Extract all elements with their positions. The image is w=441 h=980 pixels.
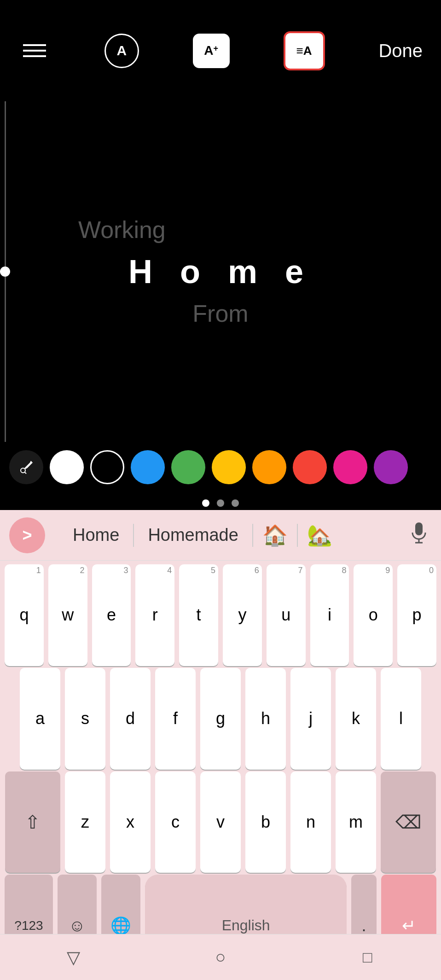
key-c-letter: c xyxy=(171,814,180,830)
key-m[interactable]: m xyxy=(336,771,376,873)
key-b[interactable]: b xyxy=(245,771,286,873)
key-n[interactable]: n xyxy=(290,771,331,873)
color-blue[interactable] xyxy=(131,450,165,484)
key-h[interactable]: h xyxy=(245,668,286,770)
suggestions-row: > Home Homemade 🏠 🏡 xyxy=(0,510,441,561)
key-u[interactable]: 7 u xyxy=(267,564,306,666)
expand-arrow-icon: > xyxy=(22,526,32,545)
recents-icon: □ xyxy=(363,948,372,966)
format-button[interactable]: ≡A xyxy=(284,31,325,70)
key-a-letter: a xyxy=(35,710,45,727)
key-q-number: 1 xyxy=(36,566,41,574)
color-picker-row xyxy=(0,442,441,493)
key-j[interactable]: j xyxy=(290,668,331,770)
key-h-letter: h xyxy=(261,710,270,727)
suggestion-word-2[interactable]: Homemade xyxy=(134,525,252,545)
backspace-button[interactable]: ⌫ xyxy=(381,771,436,873)
key-p-number: 0 xyxy=(429,566,434,574)
microphone-button[interactable] xyxy=(411,522,432,549)
font-ap-icon: A xyxy=(204,43,213,58)
suggestion-expand-button[interactable]: > xyxy=(9,517,45,553)
key-e-number: 3 xyxy=(123,566,128,574)
color-transparent[interactable] xyxy=(90,450,124,484)
canvas-area: Working H o m e From xyxy=(0,101,441,442)
key-q[interactable]: 1 q xyxy=(5,564,44,666)
color-white[interactable] xyxy=(50,450,84,484)
key-o[interactable]: 9 o xyxy=(354,564,393,666)
emoji-icon: ☺ xyxy=(69,916,86,935)
key-i-number: 8 xyxy=(342,566,346,574)
key-p[interactable]: 0 p xyxy=(397,564,436,666)
key-v[interactable]: v xyxy=(200,771,241,873)
page-dot-2[interactable] xyxy=(217,499,224,507)
page-dot-1[interactable] xyxy=(202,499,209,507)
key-v-letter: v xyxy=(216,814,225,830)
key-r[interactable]: 4 r xyxy=(135,564,174,666)
shift-icon: ⇧ xyxy=(25,812,41,833)
key-b-letter: b xyxy=(261,814,270,830)
key-z[interactable]: z xyxy=(65,771,105,873)
shift-button[interactable]: ⇧ xyxy=(5,771,60,873)
enter-icon: ↵ xyxy=(402,916,416,935)
font-a-icon: A xyxy=(117,43,127,58)
text-line-2[interactable]: H o m e xyxy=(128,253,313,290)
key-c[interactable]: c xyxy=(155,771,196,873)
key-g-letter: g xyxy=(216,710,225,727)
key-l[interactable]: l xyxy=(381,668,421,770)
key-f[interactable]: f xyxy=(155,668,196,770)
key-k-letter: k xyxy=(352,710,360,727)
color-red[interactable] xyxy=(293,450,327,484)
color-yellow[interactable] xyxy=(212,450,246,484)
key-y-letter: y xyxy=(238,607,246,623)
font-style-button[interactable]: A xyxy=(104,34,139,68)
suggestion-emoji-1[interactable]: 🏠 xyxy=(253,523,297,547)
color-orange[interactable] xyxy=(252,450,286,484)
key-o-letter: o xyxy=(369,607,378,623)
eyedropper-button[interactable] xyxy=(9,450,43,484)
key-k[interactable]: k xyxy=(336,668,376,770)
home-button[interactable]: ○ xyxy=(202,944,239,971)
key-a[interactable]: a xyxy=(20,668,60,770)
key-x-letter: x xyxy=(126,814,134,830)
space-label: English xyxy=(222,917,270,934)
key-d-letter: d xyxy=(126,710,135,727)
pagination-dots xyxy=(0,496,441,510)
key-row-1: 1 q 2 w 3 e 4 r 5 t 6 y xyxy=(5,564,436,666)
page-dot-3[interactable] xyxy=(232,499,239,507)
suggestion-word-1[interactable]: Home xyxy=(59,525,133,545)
key-e[interactable]: 3 e xyxy=(92,564,131,666)
back-button[interactable]: ▽ xyxy=(55,944,92,971)
slider-handle[interactable] xyxy=(0,267,10,277)
recents-button[interactable]: □ xyxy=(349,944,386,971)
color-purple[interactable] xyxy=(374,450,408,484)
key-t[interactable]: 5 t xyxy=(179,564,218,666)
period-label: . xyxy=(362,916,366,935)
menu-button[interactable] xyxy=(18,35,51,67)
suggestion-emoji-2[interactable]: 🏡 xyxy=(298,523,342,547)
backspace-icon: ⌫ xyxy=(395,812,422,833)
back-icon: ▽ xyxy=(67,947,80,968)
key-d[interactable]: d xyxy=(110,668,151,770)
key-j-letter: j xyxy=(309,710,313,727)
key-l-letter: l xyxy=(399,710,403,727)
done-button[interactable]: Done xyxy=(378,41,423,61)
key-u-letter: u xyxy=(281,607,290,623)
key-i-letter: i xyxy=(328,607,331,623)
key-n-letter: n xyxy=(306,814,315,830)
key-y[interactable]: 6 y xyxy=(223,564,262,666)
key-t-number: 5 xyxy=(211,566,215,574)
key-y-number: 6 xyxy=(255,566,259,574)
globe-icon: 🌐 xyxy=(110,916,131,935)
keyboard-area: > Home Homemade 🏠 🏡 1 q 2 xyxy=(0,510,441,980)
color-green[interactable] xyxy=(171,450,205,484)
key-w-letter: w xyxy=(62,607,74,623)
key-s[interactable]: s xyxy=(65,668,105,770)
key-g[interactable]: g xyxy=(200,668,241,770)
key-x[interactable]: x xyxy=(110,771,151,873)
color-pink[interactable] xyxy=(333,450,367,484)
home-icon: ○ xyxy=(215,947,226,967)
key-w[interactable]: 2 w xyxy=(48,564,87,666)
font-size-button[interactable]: A + xyxy=(193,34,230,68)
key-m-letter: m xyxy=(349,814,363,830)
key-i[interactable]: 8 i xyxy=(310,564,349,666)
